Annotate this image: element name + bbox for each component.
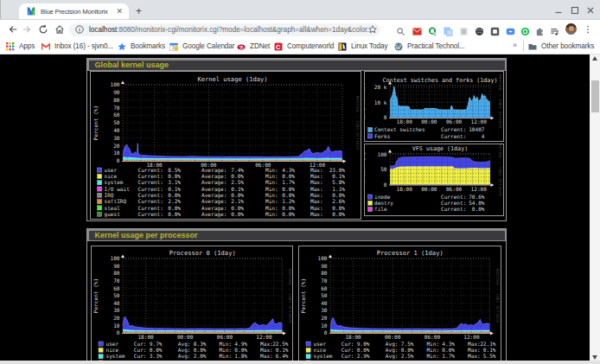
browser-tab[interactable]: Blue Precision Monitorix ✕	[19, 3, 129, 19]
linux-today-icon	[338, 42, 347, 51]
legend-stat-key: Max:	[310, 167, 323, 173]
legend-label: nice	[314, 347, 327, 353]
gmail-icon	[41, 42, 50, 51]
green-ring-extension-icon[interactable]	[520, 24, 530, 34]
graph-title: Processor 0 (1day)	[169, 249, 235, 257]
legend-stat-value: 0.0%	[168, 205, 181, 211]
legend-stat-value: 2.9%	[357, 353, 370, 359]
screenshot-extension-icon[interactable]	[490, 24, 500, 34]
legend-stat-key: Min:	[265, 198, 278, 204]
home-icon[interactable]	[54, 24, 65, 35]
legend-stat-value: 23.0%	[329, 167, 346, 173]
evernote-extension-icon[interactable]	[428, 24, 437, 34]
bookmark-item[interactable]: Inbox (16) - sjvn0...	[41, 40, 113, 53]
legend-stat-value: 1.1%	[332, 186, 345, 192]
rrd-graph-processor-1-1day: Processor 1 (1day)Percent (%)01020304050…	[298, 246, 501, 364]
y-tick-label: 40	[321, 299, 328, 305]
legend-stat-value: 7.4%	[231, 167, 244, 173]
legend-stat-key: Min:	[426, 353, 439, 359]
legend-stat-key: Min:	[219, 353, 232, 359]
scrollbar-up-arrow[interactable]	[592, 56, 597, 61]
legend-label: steal	[105, 205, 121, 211]
legend-stat-value: 0.0%	[282, 205, 295, 211]
bookmarks-bar: AppsInbox (16) - sjvn0...Bookmarks3Googl…	[0, 38, 600, 54]
reload-icon[interactable]	[38, 24, 48, 35]
profile-avatar[interactable]	[565, 23, 577, 35]
bookmark-item[interactable]: Practical Technol...	[394, 40, 465, 53]
window-maximize-button[interactable]	[570, 5, 580, 16]
bookmark-star-icon[interactable]	[368, 25, 377, 34]
bookmark-item[interactable]: Bookmarks	[118, 40, 165, 53]
bookmark-item[interactable]: 3Google Calendar	[169, 40, 234, 53]
calendar-icon: 3	[169, 42, 178, 51]
window-minimize-button[interactable]	[553, 5, 564, 16]
legend-stat-key: Min:	[265, 173, 278, 179]
scrollbar-thumb[interactable]	[591, 80, 599, 112]
copy-pages-extension-icon[interactable]	[444, 24, 453, 34]
gmail-extension-icon[interactable]	[412, 24, 422, 34]
legend-stat-key: Current:	[441, 200, 466, 206]
puzzle-extension-icon[interactable]	[535, 24, 545, 34]
window-titlebar: Blue Precision Monitorix ✕ +	[0, 0, 600, 19]
bookmark-item[interactable]: ZDNet	[237, 40, 270, 53]
legend-stat-value: 2.6%	[332, 198, 345, 204]
tab-close-icon[interactable]: ✕	[116, 8, 123, 16]
legend-stat-value: 22.5%	[272, 340, 289, 346]
legend-stat-key: Min:	[265, 179, 278, 185]
window-close-button[interactable]	[585, 5, 596, 16]
y-tick-label: 10	[113, 150, 120, 156]
bookmark-item[interactable]: Apps	[6, 40, 35, 53]
legend-stat-key: Min:	[426, 340, 439, 346]
y-tick-label: 80	[321, 270, 328, 276]
rrdtool-watermark: RRDTOOL / TOBI OETIKER	[355, 96, 360, 150]
legend-stat-key: Cur:	[341, 353, 354, 359]
search-extension-icon[interactable]	[396, 24, 405, 34]
x-tick-label: 12:00	[463, 334, 480, 340]
legend-stat-value: 0.1%	[483, 347, 496, 353]
dark-sphere-extension-icon[interactable]	[475, 24, 484, 34]
legend-label: IRQ	[105, 192, 114, 198]
legend-swatch	[98, 174, 102, 178]
rrdtool-watermark: RRDTOOL / TOBI OETIKER	[495, 268, 500, 322]
legend-stat-key: Min:	[219, 347, 232, 353]
x-tick-label: 18:00	[137, 334, 154, 340]
x-tick-label: 06:00	[446, 185, 463, 191]
new-tab-button[interactable]: +	[134, 7, 144, 16]
legend-stat-key: Min:	[265, 205, 278, 211]
y-tick-label: 90	[113, 262, 120, 268]
document-extension-icon[interactable]	[459, 24, 469, 34]
legend-stat-key: Max:	[260, 347, 273, 353]
bookmark-item[interactable]: Linux Today	[338, 40, 387, 53]
scrollbar-down-arrow[interactable]	[592, 355, 597, 360]
bookmarks-overflow-chevron[interactable]: »	[513, 41, 517, 49]
bookmark-item[interactable]: CComputerworld	[274, 40, 334, 53]
browser-toolbar: localhost:8080/monitorix-cgi/monitorix.c…	[0, 19, 600, 38]
legend-stat-value: 0.0%	[149, 347, 162, 353]
playlist-extension-icon[interactable]	[550, 24, 559, 34]
page-info-icon[interactable]	[75, 25, 84, 34]
url-text[interactable]: localhost:8080/monitorix-cgi/monitorix.c…	[89, 26, 378, 34]
section-titlebar: Kernel usage per processor	[87, 229, 506, 241]
back-icon[interactable]	[8, 24, 18, 35]
legend-swatch	[98, 168, 102, 172]
address-bar[interactable]: localhost:8080/monitorix-cgi/monitorix.c…	[69, 23, 380, 36]
legend-stat-key: Max:	[468, 340, 481, 346]
menu-dots-icon[interactable]	[583, 24, 593, 35]
bookmark-label: Practical Technol...	[407, 42, 465, 50]
legend-stat-key: Current:	[441, 206, 466, 212]
y-tick-label: 20 k	[374, 84, 387, 90]
blue-app-extension-icon[interactable]	[506, 24, 515, 34]
y-tick-label: 10	[113, 322, 120, 328]
legend-stat-key: Max:	[310, 186, 323, 192]
legend-swatch	[306, 348, 310, 352]
bookmark-label: Google Calendar	[182, 42, 234, 50]
browser-window: { "browser": { "tab_title": "Blue Precis…	[0, 0, 600, 364]
legend-swatch	[98, 200, 102, 204]
forward-icon[interactable]	[22, 24, 32, 35]
graph-title: Kernel usage (1day)	[197, 75, 267, 83]
y-tick-label: 10	[321, 322, 328, 328]
y-tick-label: 100	[110, 81, 119, 87]
x-tick-label: 00:00	[176, 334, 193, 340]
other-bookmarks[interactable]: Other bookmarks	[528, 40, 594, 53]
legend-stat-value: 9.0%	[357, 340, 370, 346]
